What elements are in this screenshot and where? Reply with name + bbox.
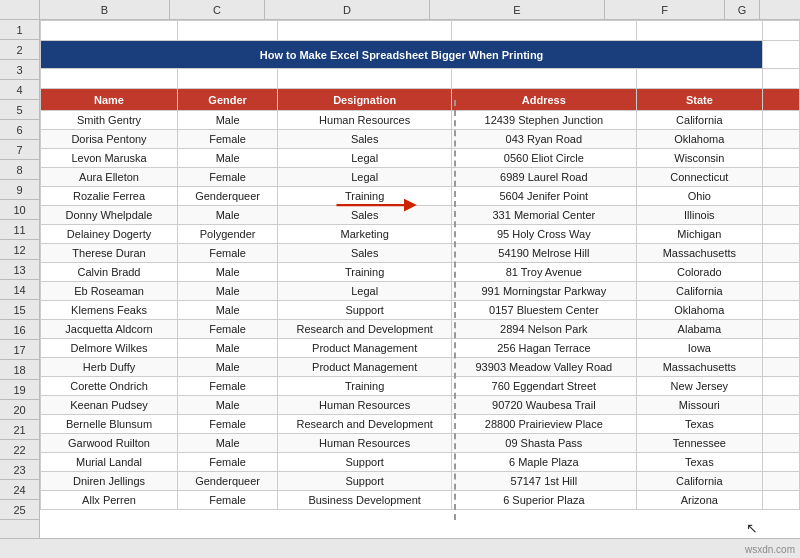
cell-designation[interactable]: Human Resources (278, 434, 452, 453)
row-22[interactable]: 22 (0, 440, 39, 460)
cell-g[interactable] (763, 472, 800, 491)
cell-state[interactable]: Wisconsin (636, 149, 763, 168)
cell-gender[interactable]: Male (178, 301, 278, 320)
cell-g[interactable] (763, 263, 800, 282)
cell-g[interactable] (763, 358, 800, 377)
cell-address[interactable]: 93903 Meadow Valley Road (452, 358, 636, 377)
cell-name[interactable]: Bernelle Blunsum (41, 415, 178, 434)
cell-address[interactable]: 6989 Laurel Road (452, 168, 636, 187)
cell-g[interactable] (763, 320, 800, 339)
cell-g[interactable] (763, 339, 800, 358)
cell-designation[interactable]: Training (278, 377, 452, 396)
cell-address[interactable]: 6 Superior Plaza (452, 491, 636, 510)
row-20[interactable]: 20 (0, 400, 39, 420)
cell-g[interactable] (763, 206, 800, 225)
cell-state[interactable]: Iowa (636, 339, 763, 358)
cell-gender[interactable]: Male (178, 206, 278, 225)
cell-designation[interactable]: Legal (278, 282, 452, 301)
cell-designation[interactable]: Sales (278, 244, 452, 263)
row-8[interactable]: 8 (0, 160, 39, 180)
cell-designation[interactable]: Product Management (278, 358, 452, 377)
row-18[interactable]: 18 (0, 360, 39, 380)
cell-gender[interactable]: Male (178, 282, 278, 301)
cell-address[interactable]: 0157 Bluestem Center (452, 301, 636, 320)
cell-address[interactable]: 2894 Nelson Park (452, 320, 636, 339)
row-6[interactable]: 6 (0, 120, 39, 140)
cell-gender[interactable]: Polygender (178, 225, 278, 244)
cell-name[interactable]: Dorisa Pentony (41, 130, 178, 149)
row-4[interactable]: 4 (0, 80, 39, 100)
cell-state[interactable]: Illinois (636, 206, 763, 225)
cell-g[interactable] (763, 434, 800, 453)
row-14[interactable]: 14 (0, 280, 39, 300)
col-header-f[interactable]: F (605, 0, 725, 19)
row-11[interactable]: 11 (0, 220, 39, 240)
cell-state[interactable]: Oklahoma (636, 301, 763, 320)
cell-gender[interactable]: Male (178, 358, 278, 377)
cell-name[interactable]: Eb Roseaman (41, 282, 178, 301)
row-17[interactable]: 17 (0, 340, 39, 360)
cell-gender[interactable]: Male (178, 263, 278, 282)
cell-g[interactable] (763, 225, 800, 244)
cell-state[interactable]: Texas (636, 453, 763, 472)
cell-gender[interactable]: Female (178, 491, 278, 510)
row-9[interactable]: 9 (0, 180, 39, 200)
col-header-b[interactable]: B (40, 0, 170, 19)
cell-name[interactable]: Allx Perren (41, 491, 178, 510)
cell-name[interactable]: Delainey Dogerty (41, 225, 178, 244)
col-header-d[interactable]: D (265, 0, 430, 19)
cell-state[interactable]: Connecticut (636, 168, 763, 187)
cell-address[interactable]: 90720 Waubesa Trail (452, 396, 636, 415)
cell-g[interactable] (763, 415, 800, 434)
cell-c1[interactable] (178, 21, 278, 41)
col-header-c[interactable]: C (170, 0, 265, 19)
cell-designation[interactable]: Support (278, 472, 452, 491)
cell-address[interactable]: 12439 Stephen Junction (452, 111, 636, 130)
cell-g1[interactable] (763, 21, 800, 41)
cell-designation[interactable]: Support (278, 453, 452, 472)
cell-designation[interactable]: Business Development (278, 491, 452, 510)
cell-g[interactable] (763, 282, 800, 301)
cell-address[interactable]: 09 Shasta Pass (452, 434, 636, 453)
cell-g[interactable] (763, 396, 800, 415)
cell-address[interactable]: 043 Ryan Road (452, 130, 636, 149)
cell-address[interactable]: 57147 1st Hill (452, 472, 636, 491)
cell-g[interactable] (763, 168, 800, 187)
cell-gender[interactable]: Female (178, 415, 278, 434)
cell-designation[interactable]: Marketing (278, 225, 452, 244)
cell-name[interactable]: Dniren Jellings (41, 472, 178, 491)
cell-d1[interactable] (278, 21, 452, 41)
cell-address[interactable]: 6 Maple Plaza (452, 453, 636, 472)
cell-address[interactable]: 331 Memorial Center (452, 206, 636, 225)
col-header-e[interactable]: E (430, 0, 605, 19)
cell-designation[interactable]: Legal (278, 168, 452, 187)
cell-gender[interactable]: Female (178, 377, 278, 396)
row-1[interactable]: 1 (0, 20, 39, 40)
cell-address[interactable]: 0560 Eliot Circle (452, 149, 636, 168)
row-7[interactable]: 7 (0, 140, 39, 160)
cell-state[interactable]: New Jersey (636, 377, 763, 396)
row-15[interactable]: 15 (0, 300, 39, 320)
cell-name[interactable]: Keenan Pudsey (41, 396, 178, 415)
cell-address[interactable]: 5604 Jenifer Point (452, 187, 636, 206)
row-25[interactable]: 25 (0, 500, 39, 520)
cell-gender[interactable]: Male (178, 339, 278, 358)
row-10[interactable]: 10 (0, 200, 39, 220)
cell-f3[interactable] (636, 69, 763, 89)
cell-name[interactable]: Donny Whelpdale (41, 206, 178, 225)
cell-gender[interactable]: Female (178, 168, 278, 187)
cell-name[interactable]: Klemens Feaks (41, 301, 178, 320)
cell-designation[interactable]: Human Resources (278, 396, 452, 415)
row-12[interactable]: 12 (0, 240, 39, 260)
cell-name[interactable]: Calvin Bradd (41, 263, 178, 282)
cell-state[interactable]: Alabama (636, 320, 763, 339)
cell-g[interactable] (763, 187, 800, 206)
row-21[interactable]: 21 (0, 420, 39, 440)
cell-g[interactable] (763, 149, 800, 168)
cell-state[interactable]: Massachusetts (636, 244, 763, 263)
cell-address[interactable]: 256 Hagan Terrace (452, 339, 636, 358)
cell-state[interactable]: Texas (636, 415, 763, 434)
cell-g[interactable] (763, 130, 800, 149)
cell-state[interactable]: Missouri (636, 396, 763, 415)
cell-g[interactable] (763, 491, 800, 510)
